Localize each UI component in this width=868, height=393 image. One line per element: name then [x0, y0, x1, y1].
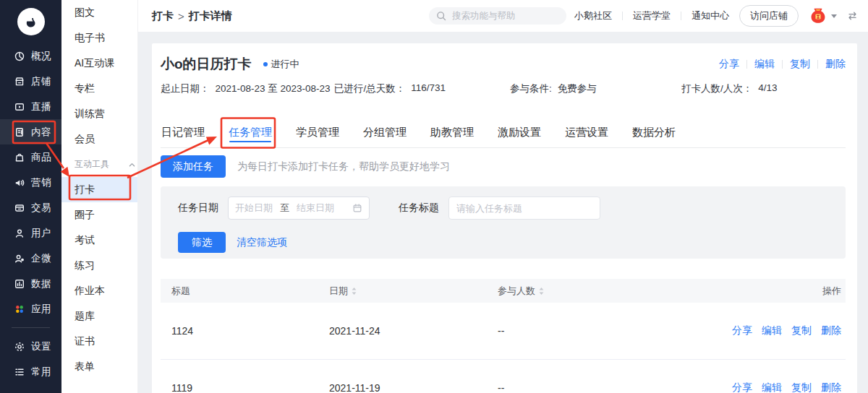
- sidebar-item-label: 设置: [31, 340, 51, 353]
- share-link[interactable]: 分享: [719, 58, 739, 71]
- info-label: 起止日期：: [161, 82, 210, 95]
- add-task-button[interactable]: 添加任务: [161, 155, 226, 178]
- topbar-link-academy[interactable]: 运营学堂: [633, 9, 671, 22]
- sidebar-item-users[interactable]: 用户: [0, 220, 61, 246]
- info-progress: 已进行/总天数： 116/731: [334, 82, 510, 95]
- submenu-item-practice[interactable]: 练习: [61, 253, 137, 278]
- tab-groups[interactable]: 分组管理: [362, 118, 407, 147]
- cell-participants: --: [498, 325, 689, 337]
- info-label: 已进行/总天数：: [334, 82, 405, 95]
- col-date: 日期: [329, 285, 498, 298]
- submenu-item-checkin[interactable]: 打卡: [61, 177, 137, 202]
- table-header: 标题 日期 参与人数 操作: [161, 279, 846, 303]
- tab-analytics[interactable]: 数据分析: [631, 118, 676, 147]
- submenu-item-form[interactable]: 表单: [61, 354, 137, 379]
- submenu-section-tools[interactable]: 互动工具: [61, 152, 137, 177]
- topbar-link-community[interactable]: 小鹅社区: [574, 9, 612, 22]
- detail-tabs: 日记管理 任务管理 学员管理 分组管理 助教管理 激励设置 运营设置 数据分析: [161, 118, 846, 148]
- start-date-placeholder: 开始日期: [235, 202, 273, 215]
- row-delete-link[interactable]: 删除: [821, 324, 841, 337]
- cell-title: 1119: [171, 382, 329, 393]
- info-condition: 参与条件: 免费参与: [510, 82, 681, 95]
- sidebar-item-live[interactable]: 直播: [0, 94, 61, 119]
- col-title: 标题: [171, 285, 329, 298]
- separator: [746, 60, 747, 69]
- breadcrumb-parent[interactable]: 打卡: [152, 9, 174, 23]
- topbar-link-notifications[interactable]: 通知中心: [692, 9, 729, 22]
- content-icon: [14, 126, 25, 138]
- separator: [817, 60, 818, 69]
- status-dot: [263, 62, 268, 66]
- sidebar-item-label: 应用: [31, 303, 51, 316]
- delete-link[interactable]: 删除: [825, 58, 846, 71]
- sidebar-item-data[interactable]: 数据: [0, 271, 61, 296]
- visit-shop-button[interactable]: 访问店铺: [739, 5, 799, 27]
- submenu-item-homework[interactable]: 作业本: [61, 278, 137, 303]
- cell-date: 2021-11-19: [329, 382, 498, 393]
- overview-icon: [14, 51, 25, 62]
- sidebar-item-content[interactable]: 内容: [0, 119, 61, 144]
- info-date-range: 起止日期： 2021-08-23 至 2023-08-23: [161, 82, 334, 95]
- submenu-item-ai-course[interactable]: AI互动课: [61, 51, 137, 76]
- submenu-item-member[interactable]: 会员: [61, 126, 137, 152]
- tab-incentive[interactable]: 激励设置: [497, 118, 542, 147]
- submenu-item-label: 电子书: [75, 32, 105, 45]
- submenu-item-label: 圈子: [75, 209, 95, 222]
- global-search[interactable]: [429, 7, 566, 25]
- submenu-item-label: 表单: [75, 360, 95, 373]
- clear-filters-link[interactable]: 清空筛选项: [237, 236, 287, 249]
- filter-panel: 任务日期 开始日期 至 结束日期 任务标题 筛选 清空筛选项: [161, 186, 846, 259]
- common-icon: [14, 366, 25, 378]
- col-participants: 参与人数: [498, 285, 689, 298]
- row-share-link[interactable]: 分享: [732, 381, 752, 393]
- submenu-item-label: 练习: [75, 259, 95, 272]
- submenu-item-label: 打卡: [75, 183, 95, 196]
- tab-operation[interactable]: 运营设置: [564, 118, 609, 147]
- row-edit-link[interactable]: 编辑: [762, 381, 782, 393]
- sidebar-item-trade[interactable]: 交易: [0, 195, 61, 220]
- sidebar-item-label: 营销: [31, 176, 51, 189]
- calendar-icon: [352, 203, 362, 213]
- row-edit-link[interactable]: 编辑: [762, 324, 782, 337]
- submenu-item-camp[interactable]: 训练营: [61, 101, 137, 126]
- edit-link[interactable]: 编辑: [754, 58, 775, 71]
- sidebar-item-settings[interactable]: 设置: [0, 334, 61, 359]
- sidebar-item-goods[interactable]: 商品: [0, 144, 61, 170]
- search-input[interactable]: [451, 10, 540, 22]
- sort-participants-button[interactable]: [538, 287, 545, 295]
- row-copy-link[interactable]: 复制: [791, 324, 812, 337]
- sort-date-button[interactable]: [351, 287, 357, 295]
- row-delete-link[interactable]: 删除: [821, 381, 841, 393]
- sidebar-item-label: 交易: [31, 202, 51, 215]
- tab-tasks[interactable]: 任务管理: [228, 118, 273, 147]
- row-share-link[interactable]: 分享: [732, 324, 752, 337]
- separator: [681, 12, 681, 20]
- sidebar-item-overview[interactable]: 概况: [0, 43, 61, 69]
- row-copy-link[interactable]: 复制: [791, 381, 812, 393]
- submenu-item-exam[interactable]: 考试: [61, 228, 137, 253]
- sidebar-item-marketing[interactable]: 营销: [0, 170, 61, 195]
- submenu-item-tuwen[interactable]: 图文: [61, 0, 137, 25]
- copy-link[interactable]: 复制: [790, 58, 810, 71]
- account-menu[interactable]: [809, 7, 837, 25]
- sidebar-item-common[interactable]: 常用: [0, 359, 61, 384]
- task-title-input[interactable]: [448, 196, 600, 220]
- status-badge: 进行中: [263, 58, 299, 71]
- sidebar-item-shop[interactable]: 店铺: [0, 69, 61, 94]
- submenu-item-circle[interactable]: 圈子: [61, 202, 137, 228]
- sidebar-item-qiwei[interactable]: 企微: [0, 246, 61, 271]
- tab-students[interactable]: 学员管理: [295, 118, 340, 147]
- submenu-item-question-bank[interactable]: 题库: [61, 303, 137, 329]
- switch-shop-icon[interactable]: [847, 11, 858, 21]
- submenu-item-label: 专栏: [75, 82, 95, 95]
- task-date-range-input[interactable]: 开始日期 至 结束日期: [228, 196, 370, 220]
- app-logo[interactable]: [0, 0, 61, 43]
- tab-assistants[interactable]: 助教管理: [430, 118, 475, 147]
- submenu-item-ebook[interactable]: 电子书: [61, 25, 137, 51]
- submenu-item-certificate[interactable]: 证书: [61, 329, 137, 354]
- tab-diary[interactable]: 日记管理: [161, 118, 205, 147]
- filter-button[interactable]: 筛选: [178, 232, 226, 253]
- sidebar-item-apps[interactable]: 应用: [0, 296, 61, 321]
- submenu-item-column[interactable]: 专栏: [61, 76, 137, 101]
- sidebar-item-label: 数据: [31, 277, 51, 290]
